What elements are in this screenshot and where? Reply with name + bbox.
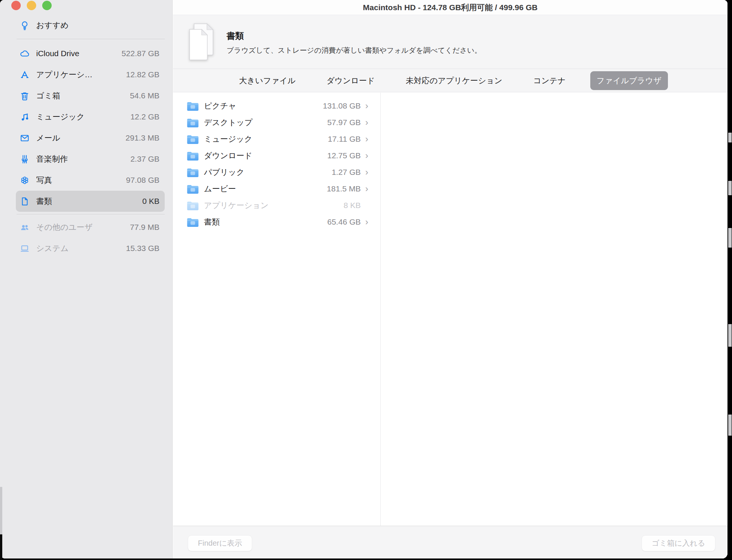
minimize-button[interactable] xyxy=(27,1,36,10)
folder-size: 12.75 GB xyxy=(327,151,361,160)
folder-list-pane: ピクチャ 131.08 GB › デスクトップ 57.97 GB › xyxy=(173,93,381,526)
folder-row[interactable]: ミュージック 17.11 GB › xyxy=(173,131,380,147)
sidebar-item[interactable]: 書類 0 KB xyxy=(16,191,165,212)
tab[interactable]: 未対応のアプリケーション xyxy=(400,71,509,90)
tab[interactable]: 大きいファイル xyxy=(233,71,302,90)
sidebar-item-size: 15.33 GB xyxy=(126,244,159,253)
sidebar-item-size: 522.87 GB xyxy=(122,49,159,58)
close-button[interactable] xyxy=(11,1,21,10)
appstore-icon xyxy=(20,70,30,80)
sidebar-item-label: その他のユーザ xyxy=(36,222,92,233)
sidebar-item[interactable]: メール 291.3 MB xyxy=(16,127,165,148)
folder-size: 57.97 GB xyxy=(327,118,361,127)
desktop-artifact xyxy=(728,133,732,142)
trash-icon xyxy=(20,91,30,101)
sidebar-item-size: 291.3 MB xyxy=(126,133,159,142)
folder-icon xyxy=(187,184,199,194)
tab[interactable]: ダウンロード xyxy=(320,71,381,90)
sidebar-divider xyxy=(17,214,165,214)
sidebar-item-label: 写真 xyxy=(36,175,52,185)
sidebar-item[interactable]: iCloud Drive 522.87 GB xyxy=(16,43,165,64)
folder-row[interactable]: ピクチャ 131.08 GB › xyxy=(173,98,380,114)
folder-name: 書類 xyxy=(204,217,220,227)
sidebar-item[interactable]: システム 15.33 GB xyxy=(16,238,165,259)
sidebar-item[interactable]: ゴミ箱 54.6 MB xyxy=(16,85,165,106)
document-icon xyxy=(20,196,30,207)
sidebar: おすすめ iCloud Drive 522.87 GB アプリケーシ… 12.8… xyxy=(0,0,173,558)
folder-row[interactable]: ムービー 181.5 MB › xyxy=(173,181,380,197)
desktop-artifact xyxy=(728,324,732,347)
folder-icon xyxy=(187,217,199,227)
sidebar-item-size: 0 KB xyxy=(142,197,159,206)
tab[interactable]: ファイルブラウザ xyxy=(590,71,668,90)
sidebar-item-size: 2.37 GB xyxy=(130,155,159,164)
sidebar-item-size: 12.2 GB xyxy=(130,112,159,121)
chevron-right-icon: › xyxy=(364,217,370,226)
folder-name: ダウンロード xyxy=(204,150,252,161)
sidebar-item-recommended[interactable]: おすすめ xyxy=(16,16,165,35)
laptop-icon xyxy=(20,243,30,254)
sidebar-item-label: ミュージック xyxy=(36,112,84,122)
tab[interactable]: コンテナ xyxy=(527,71,572,90)
folder-icon xyxy=(187,134,199,144)
show-in-finder-button[interactable]: Finderに表示 xyxy=(188,535,252,551)
main-panel: Macintosh HD - 124.78 GB利用可能 / 499.96 GB… xyxy=(173,0,727,558)
desktop-artifact xyxy=(0,534,2,560)
users-icon xyxy=(20,222,30,233)
sidebar-item-size: 77.9 MB xyxy=(130,223,159,232)
move-to-trash-button[interactable]: ゴミ箱に入れる xyxy=(642,535,715,551)
zoom-button[interactable] xyxy=(42,1,52,10)
category-header: 書類 ブラウズして、ストレージの消費が著しい書類やフォルダを調べてください。 xyxy=(173,15,727,69)
folder-size: 65.46 GB xyxy=(327,217,361,226)
folder-size: 17.11 GB xyxy=(328,135,361,144)
folder-row[interactable]: 書類 65.46 GB › xyxy=(173,214,380,230)
documents-stack-icon xyxy=(187,21,217,62)
sidebar-item-size: 12.82 GB xyxy=(126,70,159,79)
folder-row[interactable]: パブリック 1.27 GB › xyxy=(173,164,380,181)
title-bar: Macintosh HD - 124.78 GB利用可能 / 499.96 GB xyxy=(173,0,727,15)
folder-size: 8 KB xyxy=(343,201,361,210)
folder-detail-pane xyxy=(381,93,727,526)
sidebar-item[interactable]: 写真 97.08 GB xyxy=(16,170,165,191)
folder-name: ミュージック xyxy=(204,134,252,144)
folder-size: 181.5 MB xyxy=(327,184,361,193)
sidebar-item-size: 54.6 MB xyxy=(130,91,159,100)
folder-icon xyxy=(187,118,199,128)
folder-row[interactable]: アプリケーション 8 KB › xyxy=(173,197,380,214)
folder-name: パブリック xyxy=(204,167,244,177)
chevron-right-icon: › xyxy=(364,118,370,127)
window-title: Macintosh HD - 124.78 GB利用可能 / 499.96 GB xyxy=(363,2,538,13)
file-browser: ピクチャ 131.08 GB › デスクトップ 57.97 GB › xyxy=(173,93,727,526)
sidebar-item-label: アプリケーシ… xyxy=(36,69,92,80)
folder-name: ムービー xyxy=(204,184,236,194)
folder-size: 131.08 GB xyxy=(323,101,361,110)
folder-icon xyxy=(187,200,199,211)
chevron-right-icon: › xyxy=(364,101,370,110)
sidebar-item-label: 書類 xyxy=(36,196,52,207)
desktop-artifact xyxy=(728,181,732,195)
folder-row[interactable]: ダウンロード 12.75 GB › xyxy=(173,147,380,164)
folder-icon xyxy=(187,167,199,177)
flower-icon xyxy=(20,175,30,185)
sidebar-item[interactable]: その他のユーザ 77.9 MB xyxy=(16,217,165,238)
sidebar-category-list: iCloud Drive 522.87 GB アプリケーシ… 12.82 GB … xyxy=(0,43,172,212)
sidebar-item-label: iCloud Drive xyxy=(36,49,79,58)
folder-name: デスクトップ xyxy=(204,117,253,128)
folder-name: ピクチャ xyxy=(204,101,236,111)
sidebar-item[interactable]: ミュージック 12.2 GB xyxy=(16,106,165,127)
lightbulb-icon xyxy=(20,20,30,31)
chevron-right-icon: › xyxy=(364,135,370,144)
folder-icon xyxy=(187,151,199,161)
folder-size: 1.27 GB xyxy=(332,168,361,177)
sidebar-item-size: 97.08 GB xyxy=(126,176,159,185)
sidebar-item[interactable]: 音楽制作 2.37 GB xyxy=(16,148,165,170)
chevron-right-icon: › xyxy=(364,151,370,160)
music-note-icon xyxy=(20,112,30,122)
mail-icon xyxy=(20,133,30,143)
sidebar-system-list: その他のユーザ 77.9 MB システム 15.33 GB xyxy=(0,217,172,259)
sidebar-item-label: 音楽制作 xyxy=(36,154,68,164)
guitar-icon xyxy=(20,154,30,164)
category-description: ブラウズして、ストレージの消費が著しい書類やフォルダを調べてください。 xyxy=(227,46,482,55)
folder-row[interactable]: デスクトップ 57.97 GB › xyxy=(173,114,380,131)
sidebar-item[interactable]: アプリケーシ… 12.82 GB xyxy=(16,64,165,85)
